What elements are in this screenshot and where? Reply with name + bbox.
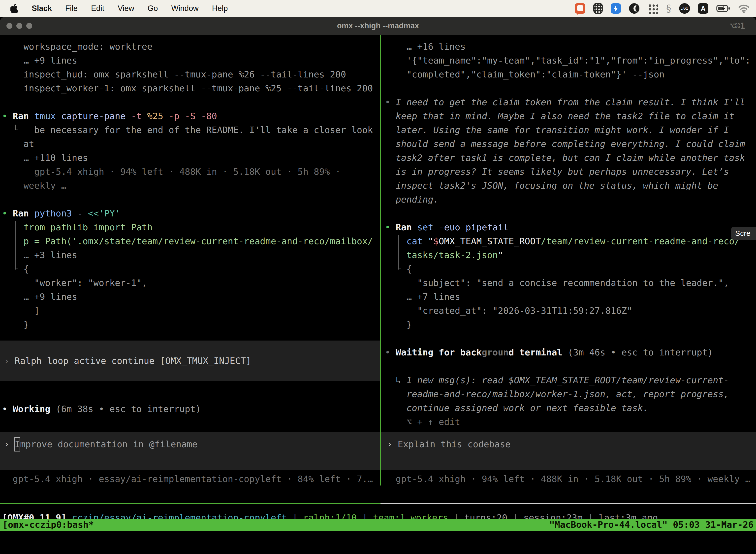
terminal-line: "created_at": "2026-03-31T11:59:27.816Z" [385,304,756,318]
terminal-line: should send a message before completing … [385,137,756,151]
spacer [2,381,380,402]
text-segment: %25 [142,111,164,121]
text-segment: ↳ [385,375,406,385]
terminal-line: weekly … [2,179,380,192]
right-terminal-pane[interactable]: … +16 lines '{"team_name":"my-team","tas… [381,35,756,486]
menu-item-window[interactable]: Window [171,4,198,13]
screen-tooltip: Scre [731,227,756,240]
terminal-line: … +9 lines [2,54,380,67]
text-segment: tasks/task-2.json [385,250,498,260]
terminal-line: later. Using the same for transition mig… [385,123,756,137]
text-segment: set [417,222,433,232]
menu-item-help[interactable]: Help [212,4,228,13]
window-title-bar[interactable]: omx --xhigh --madmax ⌥⌘1 [0,17,756,35]
text-segment: { [23,264,29,274]
mailbox-message: ↳ 1 new msg(s): read $OMX_TEAM_STATE_ROO… [385,373,756,387]
text-segment: › [4,437,15,451]
terminal-line: ] [2,304,380,318]
prompt-input[interactable]: › Improve documentation in @filename [0,432,380,470]
wifi-icon[interactable] [738,4,750,13]
menu-item-file[interactable]: File [65,4,78,13]
terminal-line [385,359,756,373]
terminal-line: from pathlib import Path [2,220,380,234]
terminal-line: p = Path('.omx/state/team/review-current… [2,234,380,248]
keypad-shield-icon[interactable] [593,3,603,14]
tmux-session-label[interactable]: [omx-cczip0:bash* [2,519,94,531]
text-segment: Ran [13,208,29,218]
text-segment: └ [2,125,18,135]
screen: Slack FileEditViewGoWindowHelp §..61A om… [0,0,756,554]
dot-grid-icon[interactable] [647,3,658,14]
text-segment: (6m 38s • esc to interrupt) [50,404,201,414]
text-segment: gpt-5.4 xhigh · essay/ai-reimplementatio… [2,474,373,484]
menu-item-edit[interactable]: Edit [91,4,104,13]
text-segment: $ [433,236,439,246]
text-segment: -t [126,111,142,121]
letter-a-icon[interactable]: A [698,3,708,14]
terminal-line: … +3 lines [2,248,380,262]
text-segment: be necessary for the end of the README. … [18,125,373,135]
terminal-line: } [2,318,380,332]
squiggle-icon[interactable]: § [666,3,671,14]
text-segment: } [385,320,412,330]
left-terminal-pane[interactable]: workspace_mode: worktree … +9 lines insp… [0,35,380,486]
terminal-line: readme-and-reco/mailbox/worker-1.json, a… [385,387,756,401]
text-segment: (3m 46s • esc to interrupt) [562,347,713,357]
text-segment: Waiting for back [396,347,482,357]
window-title: omx --xhigh --madmax [0,21,756,30]
spacer [2,332,380,340]
ran-set-command: • Ran set -euo pipefail [385,220,756,234]
badge-61-icon[interactable]: ..61 [679,3,690,14]
text-segment: from pathlib import Path [2,222,152,232]
model-status-line: gpt-5.4 xhigh · 94% left · 488K in · 5.1… [385,472,756,486]
text-segment: capture-pane [56,111,126,121]
zap-diamond-icon[interactable] [611,3,621,14]
text-segment: … +3 lines [2,250,77,260]
text-segment [412,222,417,232]
text-segment [385,236,406,246]
terminal-line: } [385,318,756,332]
apple-menu-icon[interactable] [10,4,18,13]
terminal-line: inspect task2's JSON, focusing on the st… [385,179,756,192]
text-segment: … +9 lines [2,292,77,302]
text-segment: keep that in mind. Maybe I also need the… [385,111,735,121]
terminal-line: … +110 lines [2,151,380,165]
tool-output-connector [398,235,399,270]
text-segment: cat [406,236,423,246]
terminal-line: continue assigned work or next feasible … [385,401,756,415]
apple-logo-icon [10,4,18,13]
battery-icon[interactable] [716,3,730,13]
menu-items: FileEditViewGoWindowHelp [65,4,228,13]
text-segment: └ [385,264,406,274]
terminal-line: '{"team_name":"my-team","task_id":"1","f… [385,54,756,67]
chat-app-icon[interactable] [575,3,585,14]
text-segment: d terminal [509,347,563,357]
waiting-status: • Waiting for background terminal (3m 46… [385,345,756,359]
terminal-line [2,192,380,207]
text-segment: └ [2,264,23,274]
terminal-line: inspect_worker-1: omx sparkshell --tmux-… [2,81,380,95]
text-segment: /team/review-current-readme-and-reco/ [541,236,740,246]
text-segment: tmux [34,111,56,121]
thinking-text: • I need to get the claim token from the… [385,95,756,109]
terminal-line: └ { [2,262,380,276]
text-segment: inspect_worker-1: omx sparkshell --tmux-… [2,83,373,93]
text-segment: is in progress? It seems likely but perh… [385,167,729,177]
text-segment: - [72,208,82,218]
text-segment: › [4,354,15,368]
prompt-input[interactable]: › Explain this codebase [381,432,756,470]
crescent-circle-icon[interactable] [629,3,639,14]
menu-item-view[interactable]: View [118,4,134,13]
text-segment: mprove documentation in @filename [20,437,197,451]
terminal-line: "worker": "worker-1", [2,276,380,290]
menu-status-icons: §..61A [575,3,756,14]
text-segment: -p -S -80 [163,111,217,121]
text-segment [29,111,34,121]
terminal-line: "subject": "send a concise recommendatio… [385,276,756,290]
text-segment: "created_at": "2026-03-31T11:59:27.816Z" [385,306,632,316]
menu-item-go[interactable]: Go [147,4,158,13]
spacer [385,429,756,432]
text-segment: 1 new msg(s): read $OMX_TEAM_STATE_ROOT/… [406,375,729,385]
text-segment: … +9 lines [2,55,77,65]
menu-app-name[interactable]: Slack [32,4,52,13]
